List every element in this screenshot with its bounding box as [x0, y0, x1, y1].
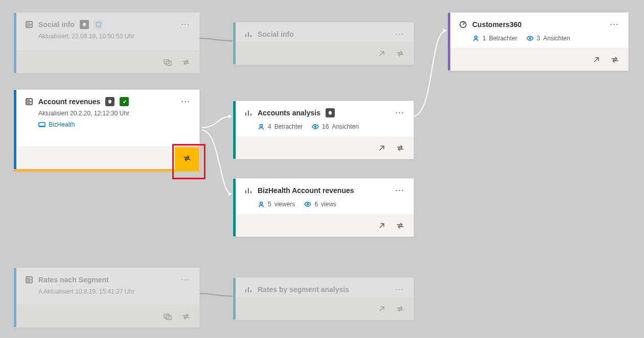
dataset-icon	[25, 98, 33, 106]
svg-marker-0	[228, 114, 232, 118]
eye-icon	[526, 35, 534, 42]
svg-rect-5	[164, 60, 169, 64]
updated-text: A Aktualisiert 10.8.19, 15:41:37 Uhr	[14, 287, 199, 300]
svg-point-14	[260, 202, 263, 205]
eye-icon	[312, 123, 319, 130]
lineage-toggle-button[interactable]	[394, 220, 406, 232]
report-icon	[244, 285, 252, 294]
viewers-label: viewers	[274, 201, 295, 208]
card-bizhealth-revenues[interactable]: BizHealth Account revenues ··· 5 viewers…	[233, 178, 414, 237]
card-title: Account revenues	[38, 98, 100, 106]
more-actions-button[interactable]: ···	[179, 274, 192, 285]
person-icon	[258, 123, 265, 130]
workspace-link[interactable]: BizHealth	[49, 121, 75, 128]
card-title: Customers360	[472, 20, 522, 29]
lineage-toggle-button[interactable]	[180, 56, 192, 68]
views-count: 3	[537, 35, 540, 42]
related-content-button[interactable]	[162, 310, 174, 323]
svg-rect-11	[166, 316, 171, 320]
viewers-count: 1	[482, 35, 486, 42]
lineage-toggle-button[interactable]	[180, 310, 192, 323]
updated-text: Aktualisiert 20.2.20, 12:12:30 Uhr	[38, 110, 192, 117]
endorsement-badge	[94, 20, 103, 29]
views-label: Ansichten	[332, 123, 359, 130]
card-title: Social info	[38, 20, 75, 29]
sensitivity-badge	[80, 20, 89, 29]
card-social-info-dataset[interactable]: Social info ··· Aktualisiert: 22.09.19, …	[13, 12, 200, 74]
person-icon	[258, 201, 265, 208]
svg-point-15	[307, 204, 309, 205]
more-actions-button[interactable]: ···	[393, 185, 406, 196]
card-accounts-analysis[interactable]: Accounts analysis ··· 4 Betrachter 16 An…	[233, 101, 414, 159]
card-rates-analysis[interactable]: Rates by segment analysis ···	[233, 277, 414, 320]
card-title: BizHealth Account revenues	[258, 186, 354, 195]
viewers-count: 5	[268, 201, 271, 208]
svg-rect-6	[166, 61, 171, 65]
more-actions-button[interactable]: ···	[608, 19, 621, 30]
report-icon	[244, 186, 252, 195]
lineage-toggle-button[interactable]	[394, 142, 406, 154]
more-actions-button[interactable]: ···	[179, 96, 192, 107]
card-social-info-report[interactable]: Social info ···	[233, 22, 414, 65]
navigate-icon[interactable]	[376, 47, 388, 60]
views-count: 6	[314, 201, 318, 208]
related-content-button[interactable]	[162, 56, 174, 68]
viewers-label: Betrachter	[489, 35, 517, 42]
views-label: Ansichten	[543, 35, 570, 42]
dataset-icon	[25, 276, 33, 284]
sensitivity-badge	[105, 97, 114, 106]
svg-marker-1	[228, 192, 232, 196]
navigate-icon[interactable]	[376, 142, 388, 154]
dataset-icon	[25, 20, 33, 29]
workspace-icon	[38, 121, 45, 128]
svg-point-17	[475, 36, 477, 39]
card-title: Rates by segment analysis	[258, 285, 349, 294]
viewers-count: 4	[268, 123, 271, 130]
card-title: Rates nach Segment	[38, 276, 109, 284]
card-rates-segment[interactable]: Rates nach Segment ··· A Aktualisiert 10…	[13, 268, 200, 328]
svg-point-18	[530, 38, 531, 39]
navigate-icon[interactable]	[590, 54, 603, 66]
person-icon	[472, 35, 479, 42]
svg-rect-4	[97, 22, 101, 27]
dashboard-icon	[459, 20, 467, 29]
views-label: views	[321, 201, 336, 208]
more-actions-button[interactable]: ···	[179, 19, 192, 30]
svg-marker-2	[443, 29, 446, 33]
certified-badge	[120, 97, 129, 106]
lineage-toggle-button[interactable]	[394, 303, 406, 315]
updated-text: Aktualisiert: 22.09.19, 10:50:53 Uhr	[14, 32, 199, 45]
viewers-label: Betrachter	[274, 123, 303, 130]
report-icon	[244, 109, 252, 117]
lineage-toggle-button[interactable]	[609, 54, 621, 66]
report-icon	[244, 30, 252, 38]
card-title: Social info	[258, 30, 294, 38]
svg-point-13	[315, 126, 316, 128]
eye-icon	[304, 201, 311, 208]
navigate-icon[interactable]	[376, 220, 388, 232]
more-actions-button[interactable]: ···	[393, 107, 406, 118]
svg-rect-10	[164, 314, 169, 318]
sensitivity-badge	[326, 108, 335, 117]
views-count: 16	[322, 123, 329, 130]
navigate-icon[interactable]	[376, 303, 388, 315]
card-customers360[interactable]: Customers360 ··· 1 Betrachter 3 Ansichte…	[447, 12, 629, 71]
card-account-revenues[interactable]: Account revenues ··· Aktualisiert 20.2.2…	[13, 89, 200, 171]
svg-point-12	[260, 125, 263, 127]
card-title: Accounts analysis	[258, 109, 320, 117]
lineage-toggle-button[interactable]	[394, 47, 406, 60]
more-actions-button[interactable]: ···	[393, 284, 406, 295]
more-actions-button[interactable]: ···	[393, 29, 406, 39]
lineage-toggle-button[interactable]	[175, 147, 199, 170]
